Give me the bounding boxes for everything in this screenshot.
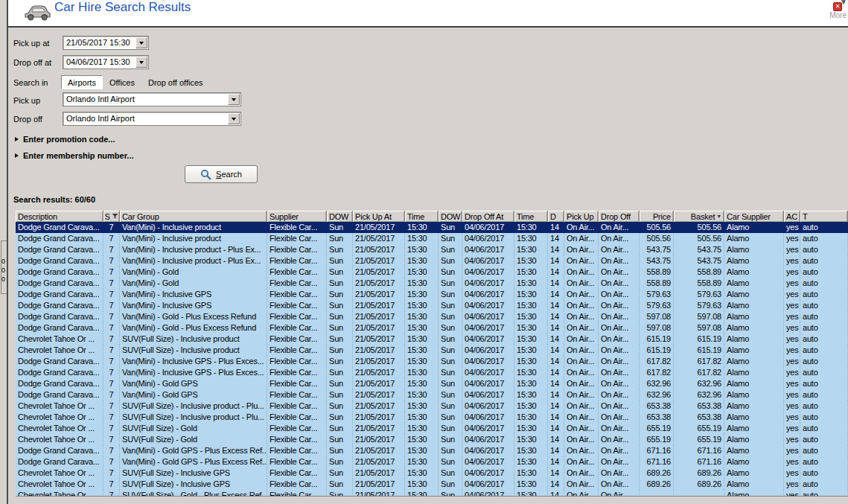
cell-car_supplier: Alamo	[724, 490, 784, 497]
cell-pick_up_at: 21/05/2017	[353, 401, 405, 412]
table-row[interactable]: Dodge Grand Carava...7Van(Mini) - Inclus…	[16, 367, 848, 378]
table-row[interactable]: Dodge Grand Carava...7Van(Mini) - Inclus…	[16, 300, 848, 311]
table-row[interactable]: Chevrolet Tahoe Or ...7SUV(Full Size) - …	[16, 434, 848, 445]
column-header-drop_off[interactable]: Drop Off	[599, 211, 640, 222]
cell-pick_up: On Air...	[564, 278, 599, 289]
column-header-car_supplier[interactable]: Car Supplier	[724, 211, 784, 222]
pickup-location-combobox[interactable]: Orlando Intl Airport	[63, 92, 241, 106]
table-row[interactable]: Dodge Grand Carava...7Van(Mini) - GoldFl…	[16, 267, 848, 278]
dropdown-button[interactable]	[136, 57, 147, 68]
column-header-t[interactable]: T	[800, 211, 848, 222]
table-row[interactable]: Dodge Grand Carava...7Van(Mini) - Inclus…	[16, 255, 848, 267]
promotion-code-expander[interactable]: Enter promotion code...	[15, 135, 115, 144]
column-header-price[interactable]: Price	[640, 211, 674, 222]
table-row[interactable]: Chevrolet Tahoe Or ...7SUV(Full Size) - …	[16, 490, 848, 497]
dropoff-location-combobox[interactable]: Orlando Intl Airport	[63, 112, 241, 126]
search-button[interactable]: Search	[185, 165, 258, 183]
filter-icon[interactable]	[112, 212, 118, 221]
close-icon[interactable]: ✕	[833, 2, 842, 11]
cell-dow1: Sun	[327, 389, 353, 401]
cell-drop_off_at: 04/06/2017	[462, 278, 514, 289]
column-header-car_group[interactable]: Car Group	[120, 211, 267, 222]
table-row[interactable]: Dodge Grand Carava...7Van(Mini) - Gold G…	[16, 445, 848, 456]
table-row[interactable]: Dodge Grand Carava...7Van(Mini) - Gold G…	[16, 389, 848, 401]
column-header-dow1[interactable]: DOW	[327, 211, 353, 222]
table-header-row: DescriptionSCar GroupSupplierDOWPick Up …	[16, 211, 848, 222]
table-row[interactable]: Dodge Grand Carava...7Van(Mini) - Inclus…	[16, 233, 848, 244]
cell-t: auto	[800, 389, 848, 401]
more-link[interactable]: More	[829, 11, 847, 19]
cell-time2: 15:30	[514, 401, 548, 412]
table-row[interactable]: Dodge Grand Carava...7Van(Mini) - Gold G…	[16, 456, 848, 468]
dropdown-button[interactable]	[136, 37, 147, 48]
counter-value: 0	[0, 266, 7, 275]
column-header-time2[interactable]: Time	[514, 211, 548, 222]
cell-car_supplier: Alamo	[724, 334, 784, 345]
column-header-ac[interactable]: AC	[784, 211, 800, 222]
table-row[interactable]: Chevrolet Tahoe Or ...7SUV(Full Size) - …	[16, 468, 848, 479]
cell-ac: yes	[784, 490, 800, 497]
pickup-location-value: Orlando Intl Airport	[66, 95, 227, 103]
column-header-s[interactable]: S	[103, 211, 120, 222]
cell-s: 7	[103, 367, 120, 378]
cell-drop_off: On Air...	[599, 412, 640, 423]
column-header-basket[interactable]: Basket▼	[674, 211, 724, 222]
table-row[interactable]: Dodge Grand Carava...7Van(Mini) - Inclus…	[16, 222, 848, 233]
dropdown-button[interactable]	[228, 113, 240, 124]
cell-time2: 15:30	[514, 490, 548, 497]
column-header-description[interactable]: Description	[16, 211, 103, 222]
cell-dow2: Sun	[439, 278, 462, 289]
cell-dow1: Sun	[327, 334, 353, 345]
cell-price: 655.19	[640, 434, 674, 445]
cell-basket: 579.63	[674, 289, 724, 300]
cell-supplier: Flexible Car...	[267, 468, 327, 479]
cell-supplier: Flexible Car...	[267, 311, 327, 322]
table-body: Dodge Grand Carava...7Van(Mini) - Inclus…	[16, 222, 848, 497]
cell-pick_up: On Air...	[564, 479, 599, 490]
table-row[interactable]: Chevrolet Tahoe Or ...7SUV(Full Size) - …	[16, 423, 848, 434]
cell-pick_up_at: 21/05/2017	[353, 412, 405, 423]
column-header-supplier[interactable]: Supplier	[267, 211, 327, 222]
dropoff-datetime-combobox[interactable]: 04/06/2017 15:30	[63, 55, 149, 69]
cell-pick_up: On Air...	[564, 267, 599, 278]
column-header-pick_up_at[interactable]: Pick Up At	[353, 211, 405, 222]
pickup-datetime-combobox[interactable]: 21/05/2017 15:30	[63, 36, 149, 50]
table-row[interactable]: Dodge Grand Carava...7Van(Mini) - Inclus…	[16, 356, 848, 367]
cell-pick_up_at: 21/05/2017	[353, 278, 405, 289]
cell-dow2: Sun	[439, 389, 462, 401]
collapsed-side-panel[interactable]: 0 0 0	[0, 0, 8, 504]
column-header-d[interactable]: D	[548, 211, 564, 222]
cell-dow1: Sun	[327, 278, 353, 289]
membership-number-expander[interactable]: Enter membership number...	[15, 151, 134, 160]
table-row[interactable]: Dodge Grand Carava...7Van(Mini) - Gold -…	[16, 311, 848, 322]
table-row[interactable]: Dodge Grand Carava...7Van(Mini) - Gold -…	[16, 322, 848, 334]
table-row[interactable]: Chevrolet Tahoe Or ...7SUV(Full Size) - …	[16, 412, 848, 423]
cell-pick_up: On Air...	[564, 311, 599, 322]
dropdown-button[interactable]	[228, 94, 240, 105]
tab-drop-off-offices[interactable]: Drop off offices	[141, 75, 210, 89]
cell-car_supplier: Alamo	[724, 300, 784, 311]
dropoff-at-label: Drop off at	[13, 58, 51, 67]
cell-basket: 689.26	[674, 468, 724, 479]
table-row[interactable]: Dodge Grand Carava...7Van(Mini) - Gold G…	[16, 378, 848, 389]
cell-time2: 15:30	[514, 267, 548, 278]
table-row[interactable]: Chevrolet Tahoe Or ...7SUV(Full Size) - …	[16, 345, 848, 356]
column-header-time1[interactable]: Time	[405, 211, 439, 222]
column-header-drop_off_at[interactable]: Drop Off At	[462, 211, 514, 222]
cell-t: auto	[800, 289, 848, 300]
cell-pick_up: On Air...	[564, 445, 599, 456]
cell-car_group: Van(Mini) - Gold GPS - Plus Excess Ref..…	[120, 456, 267, 468]
tab-offices[interactable]: Offices	[103, 75, 141, 89]
column-header-dow2[interactable]: DOW	[439, 211, 462, 222]
table-row[interactable]: Chevrolet Tahoe Or ...7SUV(Full Size) - …	[16, 479, 848, 490]
cell-drop_off: On Air...	[599, 278, 640, 289]
table-row[interactable]: Dodge Grand Carava...7Van(Mini) - Inclus…	[16, 289, 848, 300]
table-row[interactable]: Chevrolet Tahoe Or ...7SUV(Full Size) - …	[16, 334, 848, 345]
column-header-pick_up[interactable]: Pick Up	[564, 211, 599, 222]
tab-airports[interactable]: Airports	[61, 75, 103, 89]
table-row[interactable]: Dodge Grand Carava...7Van(Mini) - GoldFl…	[16, 278, 848, 289]
column-label: Basket	[691, 212, 715, 221]
cell-supplier: Flexible Car...	[267, 456, 327, 468]
table-row[interactable]: Dodge Grand Carava...7Van(Mini) - Inclus…	[16, 244, 848, 255]
table-row[interactable]: Chevrolet Tahoe Or ...7SUV(Full Size) - …	[16, 401, 848, 412]
